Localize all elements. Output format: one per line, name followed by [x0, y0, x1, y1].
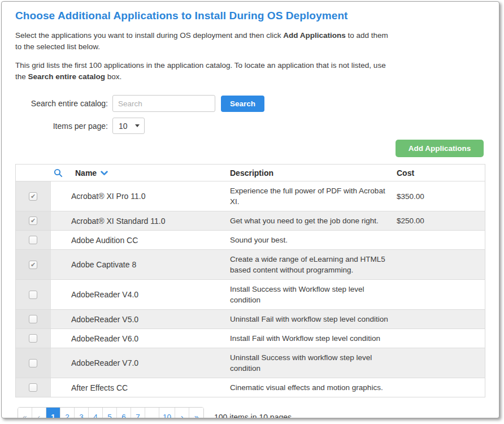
intro-paragraph-2: This grid lists the first 100 applicatio…: [15, 60, 388, 83]
header-checkbox-column: [16, 165, 51, 181]
application-name: AdobeReader V5.0: [51, 310, 230, 328]
application-name: Acrobat® XI Standard 11.0: [51, 211, 230, 230]
table-row: AdobeReader V6.0Install Fail with Workfl…: [16, 329, 485, 348]
application-cost: [397, 250, 485, 279]
deployment-wizard-panel: Choose Additional Applications to Instal…: [1, 1, 499, 418]
header-name-column[interactable]: Name: [51, 165, 230, 181]
application-description: Experience the full power of PDF with Ac…: [230, 181, 397, 211]
application-name: Adobe Audition CC: [51, 231, 230, 249]
table-row: Acrobat® XI Standard 11.0Get what you ne…: [16, 211, 485, 231]
search-button[interactable]: Search: [221, 96, 264, 112]
items-per-page-label: Items per page:: [15, 122, 112, 131]
application-name: AdobeReader V6.0: [51, 329, 230, 348]
application-description: Create a wide range of eLearning and HTM…: [230, 250, 397, 279]
pagination-page-3[interactable]: 3: [75, 408, 89, 418]
row-checkbox[interactable]: [29, 291, 37, 299]
row-checkbox-cell: [16, 329, 51, 348]
application-cost: [397, 348, 485, 378]
application-description: Sound your best.: [230, 231, 397, 249]
header-cost-column: Cost: [397, 165, 485, 181]
add-applications-button[interactable]: Add Applications: [396, 140, 484, 157]
items-per-page-value: 10: [119, 122, 128, 131]
pagination-page-7[interactable]: 7: [131, 408, 145, 418]
row-checkbox-cell: [16, 280, 51, 309]
row-checkbox-cell: [16, 211, 51, 230]
pagination-page-5[interactable]: 5: [103, 408, 117, 418]
application-cost: [397, 378, 485, 397]
header-description-column: Description: [230, 165, 397, 181]
select-dropdown-arrow-icon: [135, 124, 140, 127]
application-cost: [397, 231, 485, 249]
application-cost: $250.00: [397, 211, 485, 230]
pagination-next-button[interactable]: ›: [175, 408, 189, 418]
search-form: Search entire catalog: Search Items per …: [15, 95, 485, 134]
application-name: Acrobat® XI Pro 11.0: [51, 181, 230, 211]
row-checkbox-cell: [16, 231, 51, 249]
search-icon[interactable]: [54, 168, 63, 178]
items-per-page-select[interactable]: 10: [112, 118, 145, 134]
intro-paragraph-1: Select the applications you want to inst…: [15, 30, 388, 53]
application-name: AdobeReader V7.0: [51, 348, 230, 378]
pagination-page-1[interactable]: 1: [46, 408, 60, 418]
pagination: «‹1234567...10›»: [18, 407, 204, 418]
row-checkbox[interactable]: [29, 217, 37, 225]
table-row: Adobe Audition CCSound your best.: [16, 231, 485, 250]
table-row: Acrobat® XI Pro 11.0Experience the full …: [16, 181, 485, 211]
row-checkbox-cell: [16, 250, 51, 279]
search-catalog-label: Search entire catalog:: [15, 99, 112, 108]
pagination-page-6[interactable]: 6: [117, 408, 131, 418]
row-checkbox[interactable]: [29, 383, 37, 392]
pagination-last-button[interactable]: »: [189, 408, 203, 418]
table-row: Adobe Captivate 8Create a wide range of …: [16, 250, 485, 280]
application-description: Get what you need to get the job done ri…: [230, 211, 397, 230]
application-description: Install Fail with Workflow step level co…: [230, 329, 397, 348]
table-row: AdobeReader V4.0Install Success with Wor…: [16, 280, 485, 310]
application-name: Adobe Captivate 8: [51, 250, 230, 279]
application-name: AdobeReader V4.0: [51, 280, 230, 309]
table-body: Acrobat® XI Pro 11.0Experience the full …: [16, 181, 485, 397]
table-header-row: Name Description Cost: [16, 165, 485, 181]
pagination-ellipsis: ...: [145, 408, 159, 418]
table-row: AdobeReader V5.0Uninstall Fail with work…: [16, 310, 485, 329]
pagination-prev-button[interactable]: ‹: [32, 408, 46, 418]
pagination-summary: 100 items in 10 pages: [214, 413, 292, 419]
pagination-page-2[interactable]: 2: [60, 408, 75, 418]
application-cost: [397, 280, 485, 309]
page-title: Choose Additional Applications to Instal…: [15, 10, 485, 22]
pagination-first-button[interactable]: «: [18, 408, 32, 418]
table-row: After Effects CCCinematic visual effects…: [16, 378, 485, 397]
row-checkbox[interactable]: [29, 359, 37, 367]
row-checkbox-cell: [16, 348, 51, 378]
chevron-down-icon[interactable]: [101, 171, 108, 176]
application-cost: $350.00: [397, 181, 485, 211]
row-checkbox[interactable]: [29, 261, 37, 269]
row-checkbox[interactable]: [29, 334, 37, 343]
row-checkbox-cell: [16, 181, 51, 211]
row-checkbox[interactable]: [29, 315, 37, 323]
name-column-label: Name: [75, 168, 97, 178]
row-checkbox[interactable]: [29, 192, 37, 201]
application-cost: [397, 329, 485, 348]
pagination-page-10[interactable]: 10: [159, 408, 175, 418]
table-row: AdobeReader V7.0Uninstall Success with w…: [16, 348, 485, 378]
application-description: Install Success with Workflow step level…: [230, 280, 397, 309]
row-checkbox[interactable]: [29, 236, 37, 244]
application-description: Cinematic visual effects and motion grap…: [230, 378, 397, 397]
row-checkbox-cell: [16, 310, 51, 328]
application-description: Uninstall Success with workflow step lev…: [230, 348, 397, 378]
pagination-page-4[interactable]: 4: [89, 408, 103, 418]
application-cost: [397, 310, 485, 328]
pagination-area: «‹1234567...10›» 100 items in 10 pages: [18, 407, 485, 418]
search-input[interactable]: [112, 95, 215, 112]
row-checkbox-cell: [16, 378, 51, 397]
application-name: After Effects CC: [51, 378, 230, 397]
applications-table: Name Description Cost Acrobat® XI Pro 11…: [15, 164, 485, 397]
application-description: Uninstall Fail with workflow step level …: [230, 310, 397, 328]
